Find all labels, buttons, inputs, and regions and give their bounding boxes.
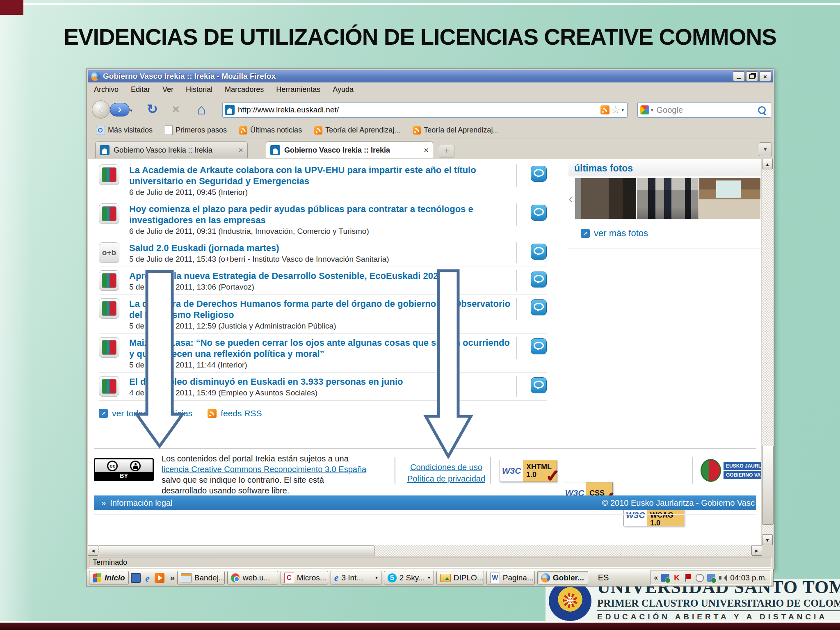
search-placeholder[interactable]: Google bbox=[657, 105, 758, 115]
task-skype-group[interactable]: S 2 Sky... ▾ bbox=[384, 571, 434, 584]
photo-thumbnail[interactable] bbox=[637, 178, 698, 219]
scroll-up-icon[interactable]: ▲ bbox=[762, 159, 773, 169]
show-desktop-icon[interactable] bbox=[131, 573, 141, 583]
scrollbar-thumb[interactable] bbox=[762, 446, 774, 525]
back-button[interactable]: ‹ bbox=[92, 100, 110, 119]
check-icon: ✓ bbox=[546, 466, 560, 486]
scroll-down-icon[interactable]: ▼ bbox=[762, 534, 773, 545]
tab-irekia-1[interactable]: Gobierno Vasco Irekia :: Irekia × bbox=[95, 142, 248, 158]
comments-icon[interactable] bbox=[531, 299, 547, 315]
url-text[interactable]: http://www.irekia.euskadi.net/ bbox=[238, 105, 600, 114]
horizontal-scrollbar[interactable]: ◄ ► bbox=[88, 545, 762, 556]
task-microsoft[interactable]: C Micros... bbox=[281, 571, 328, 584]
legal-info-link[interactable]: » Información legal bbox=[101, 498, 172, 508]
comments-icon[interactable] bbox=[531, 377, 547, 393]
clock[interactable]: 04:03 p.m. bbox=[730, 573, 767, 582]
task-diplo[interactable]: DIPLO... bbox=[436, 571, 484, 584]
tab-list-dropdown-icon[interactable]: ▼ bbox=[759, 142, 772, 156]
terms-of-use-link[interactable]: Condiciones de uso bbox=[403, 461, 490, 473]
slide-left-band bbox=[0, 0, 33, 630]
menu-marcadores[interactable]: Marcadores bbox=[219, 85, 270, 94]
photos-sidebar: últimas fotos ‹ ↗ ver más fotos bbox=[568, 160, 761, 264]
media-player-icon[interactable] bbox=[155, 573, 164, 583]
w3c-xhtml-badge[interactable]: W3C XHTML 1.0 ✓ bbox=[500, 460, 557, 482]
search-engine-dropdown-icon[interactable]: ▾ bbox=[651, 107, 653, 113]
task-pagina[interactable]: W Pagina... bbox=[486, 571, 535, 584]
language-indicator[interactable]: ES bbox=[598, 573, 609, 582]
status-bar: Terminado bbox=[88, 556, 773, 568]
menu-editar[interactable]: Editar bbox=[125, 85, 156, 94]
bookmark-primeros-pasos[interactable]: Primeros pasos bbox=[161, 126, 231, 135]
menu-historial[interactable]: Historial bbox=[180, 85, 219, 94]
scroll-right-icon[interactable]: ► bbox=[751, 545, 762, 556]
task-gobierno-firefox[interactable]: Gobier... bbox=[537, 571, 588, 584]
menu-herramientas[interactable]: Herramientas bbox=[270, 85, 326, 94]
search-icon[interactable] bbox=[758, 106, 766, 114]
bookmark-teoria-2[interactable]: Teoría del Aprendizaj... bbox=[409, 126, 503, 135]
system-tray: « K 04:03 p.m. bbox=[650, 571, 771, 585]
close-tab-icon[interactable]: × bbox=[238, 146, 243, 155]
volume-tray-icon[interactable] bbox=[719, 574, 727, 582]
cc-license-link[interactable]: licencia Creative Commons Reconocimiento… bbox=[162, 464, 391, 475]
feeds-rss-link[interactable]: feeds RSS bbox=[208, 409, 262, 418]
close-button[interactable]: × bbox=[759, 71, 771, 81]
bookmark-teoria-1[interactable]: Teoría del Aprendizaj... bbox=[310, 126, 404, 135]
quick-launch-overflow-icon[interactable]: » bbox=[170, 573, 175, 582]
news-source-icon bbox=[99, 298, 119, 319]
menu-archivo[interactable]: Archivo bbox=[88, 85, 125, 94]
creative-commons-badge[interactable]: cc BY bbox=[94, 458, 154, 481]
more-photos-link[interactable]: ↗ ver más fotos bbox=[581, 228, 761, 239]
vertical-scrollbar[interactable]: ▲ ▼ bbox=[762, 159, 773, 545]
bookmark-ultimas-noticias[interactable]: Últimas noticias bbox=[235, 126, 306, 135]
address-bar[interactable]: http://www.irekia.euskadi.net/ ☆ ▾ bbox=[222, 102, 628, 118]
scrollbar-thumb[interactable] bbox=[99, 545, 374, 557]
comments-icon[interactable] bbox=[531, 166, 547, 182]
task-web[interactable]: web.u... bbox=[227, 571, 278, 584]
stop-button[interactable]: × bbox=[172, 102, 180, 116]
previous-photos-icon[interactable]: ‹ bbox=[568, 192, 575, 205]
internet-explorer-icon[interactable]: e bbox=[143, 573, 153, 583]
task-internet-group[interactable]: e 3 Int... ▾ bbox=[331, 571, 381, 584]
mouse-tray-icon[interactable] bbox=[696, 574, 704, 582]
home-button[interactable]: ⌂ bbox=[197, 101, 206, 118]
scroll-left-icon[interactable]: ◄ bbox=[88, 545, 98, 556]
restore-button[interactable] bbox=[746, 71, 758, 81]
media-app-tray-icon[interactable] bbox=[661, 574, 669, 582]
network-tray-icon[interactable] bbox=[707, 574, 715, 582]
tray-collapse-icon[interactable]: « bbox=[654, 573, 658, 582]
history-dropdown-icon[interactable]: ▾ bbox=[130, 108, 132, 113]
flag-tray-icon[interactable] bbox=[684, 574, 692, 582]
bookmark-dropdown-icon[interactable]: ▾ bbox=[621, 107, 624, 113]
forward-button[interactable]: › bbox=[110, 103, 130, 116]
news-title-link[interactable]: La Academia de Arkaute colabora con la U… bbox=[129, 164, 511, 187]
menu-ayuda[interactable]: Ayuda bbox=[326, 85, 360, 94]
comments-icon[interactable] bbox=[531, 272, 547, 288]
news-title-link[interactable]: Salud 2.0 Euskadi (jornada martes) bbox=[129, 242, 511, 253]
minimize-button[interactable] bbox=[733, 71, 745, 81]
news-title-link[interactable]: Hoy comienza el plazo para pedir ayudas … bbox=[129, 203, 511, 226]
internet-explorer-icon: e bbox=[334, 572, 339, 583]
window-titlebar[interactable]: Gobierno Vasco Irekia :: Irekia - Mozill… bbox=[88, 70, 773, 82]
slide-top-line bbox=[0, 3, 840, 5]
rss-subscribe-icon[interactable] bbox=[600, 105, 609, 114]
bookmark-star-icon[interactable]: ☆ bbox=[611, 104, 620, 116]
new-tab-button[interactable]: + bbox=[439, 145, 454, 158]
comments-icon[interactable] bbox=[531, 244, 547, 260]
start-button[interactable]: Inicio bbox=[89, 571, 129, 584]
bookmark-mas-visitados[interactable]: Más visitados bbox=[92, 126, 157, 135]
close-tab-icon[interactable]: × bbox=[424, 146, 429, 155]
basque-government-logo[interactable]: EUSKO JAURLAR GOBIERNO VA bbox=[701, 457, 761, 484]
comments-icon[interactable] bbox=[531, 338, 547, 354]
reload-button[interactable]: ↻ bbox=[147, 101, 158, 117]
kaspersky-tray-icon[interactable]: K bbox=[673, 574, 681, 582]
task-bandeja[interactable]: Bandej... bbox=[177, 571, 225, 584]
tab-irekia-2[interactable]: Gobierno Vasco Irekia :: Irekia × bbox=[266, 142, 433, 158]
privacy-policy-link[interactable]: Política de privacidad bbox=[403, 473, 490, 484]
photo-thumbnail[interactable] bbox=[575, 178, 636, 219]
rss-icon bbox=[314, 126, 322, 135]
menu-ver[interactable]: Ver bbox=[156, 85, 180, 94]
comments-icon[interactable] bbox=[531, 205, 547, 221]
photo-thumbnail[interactable] bbox=[699, 178, 760, 219]
search-box[interactable]: ▾ Google bbox=[637, 102, 771, 118]
bookmarks-toolbar: Más visitados Primeros pasos Últimas not… bbox=[88, 122, 773, 139]
